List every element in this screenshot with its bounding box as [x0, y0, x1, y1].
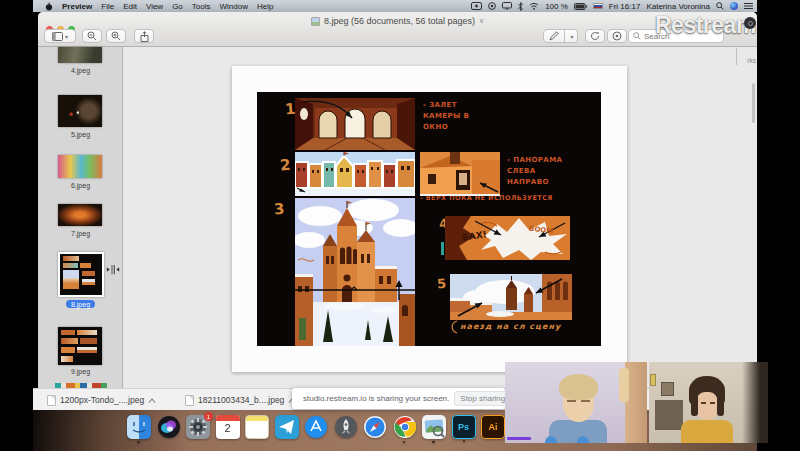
share-icon	[140, 31, 149, 42]
dock-calendar[interactable]: 2	[216, 415, 240, 439]
dock-notes[interactable]	[245, 415, 269, 439]
markup-button[interactable]	[543, 29, 565, 43]
download-item-1[interactable]: 1200px-Tondo_....jpeg	[47, 392, 156, 408]
notification-badge: 1	[204, 412, 213, 421]
shared-screen: Preview File Edit View Go Tools Window H…	[0, 0, 800, 451]
menu-bar: Preview File Edit View Go Tools Window H…	[33, 0, 757, 12]
menu-file[interactable]: File	[101, 2, 114, 11]
stop-sharing-button[interactable]: Stop sharing	[454, 391, 511, 406]
bluetooth-icon[interactable]	[518, 2, 523, 11]
thumbnail-8-selected[interactable]	[58, 252, 104, 297]
calendar-day: 2	[216, 421, 240, 436]
dock-app-store[interactable]	[304, 415, 328, 439]
battery-icon[interactable]	[574, 3, 587, 10]
pencil-icon	[549, 31, 559, 41]
menu-view[interactable]: View	[146, 2, 163, 11]
share-banner-message: studio.restream.io is sharing your scree…	[303, 394, 449, 403]
panel-number: 5	[436, 276, 446, 292]
small-frame	[650, 374, 656, 386]
dock-siri[interactable]	[157, 415, 181, 439]
menu-clock[interactable]: Fri 16:17	[609, 2, 641, 11]
chevron-up-icon[interactable]	[148, 398, 156, 403]
sidebar-view-icon	[52, 32, 63, 41]
zoom-out-button[interactable]	[82, 29, 102, 43]
siri-icon[interactable]	[730, 2, 738, 10]
dock-preview[interactable]	[422, 415, 446, 439]
menu-window[interactable]: Window	[220, 2, 248, 11]
spotlight-icon[interactable]	[716, 2, 724, 10]
download-item-2[interactable]: 18211003434_b....jpeg	[185, 392, 296, 408]
menu-app-name[interactable]: Preview	[62, 2, 92, 11]
circle-dot-icon	[612, 31, 622, 41]
room-shadow	[742, 362, 768, 443]
illustrator-label: Ai	[489, 422, 498, 432]
markup-toolbar-toggle-button[interactable]	[607, 29, 627, 43]
preview-window: 8.jpeg (56 documents, 56 total pages) ∨ …	[38, 12, 757, 392]
document-page: 1 2 3 4 5 - ЗАЛЕТ КАМЕРЫ В ОКНО - ПАНОРА…	[232, 66, 627, 372]
dock-launchpad[interactable]	[334, 415, 358, 439]
thumbnail-4[interactable]	[58, 47, 102, 63]
magnifier-plus-icon	[111, 31, 121, 41]
share-button[interactable]	[134, 29, 154, 43]
storyboard-panel-1	[295, 98, 415, 150]
partial-thumbnail-strip	[55, 383, 107, 388]
screen-record-icon[interactable]	[471, 2, 482, 10]
rotate-left-icon	[590, 31, 600, 41]
thumbnail-9[interactable]	[58, 327, 102, 365]
rotate-button[interactable]	[585, 29, 605, 43]
person-shoulders	[681, 420, 733, 443]
display-icon[interactable]	[502, 2, 512, 10]
webcam-feed-right	[649, 362, 768, 443]
panel-number: 2	[279, 156, 291, 175]
dock-photoshop[interactable]: Ps	[452, 415, 476, 439]
menu-go[interactable]: Go	[172, 2, 183, 11]
dock-system-preferences[interactable]: 1	[186, 415, 210, 439]
thumbnail-6[interactable]	[58, 155, 102, 178]
window-title-text: 8.jpeg (56 documents, 56 total pages)	[324, 16, 475, 26]
wifi-icon[interactable]	[529, 2, 539, 10]
room-lamp	[619, 368, 629, 402]
picture-frame	[661, 382, 674, 396]
dock-illustrator[interactable]: Ai	[481, 415, 505, 439]
menu-help[interactable]: Help	[257, 2, 273, 11]
download-filename: 1200px-Tondo_....jpeg	[60, 395, 144, 405]
markup-dropdown-button[interactable]: ▾	[565, 29, 578, 43]
panel-note-5: наезд на сл сцену	[449, 320, 561, 334]
file-icon	[185, 395, 194, 406]
apple-menu-icon[interactable]	[45, 2, 53, 11]
download-filename: 18211003434_b....jpeg	[198, 395, 284, 405]
menu-user-name[interactable]: Katerina Voronina	[646, 2, 710, 11]
dock-safari[interactable]	[363, 415, 387, 439]
thumbnail-label: 5.jpeg	[38, 131, 123, 138]
storyboard-panel-3	[295, 198, 415, 346]
webcam-feed-left	[505, 362, 647, 443]
title-chevron-icon[interactable]: ∨	[479, 17, 484, 25]
chevron-down-icon: ▾	[65, 33, 68, 40]
thumbnail-5[interactable]	[58, 95, 102, 127]
keyboard-layout-flag[interactable]	[593, 3, 603, 9]
column-resize-cursor	[106, 261, 120, 279]
document-proxy-icon[interactable]	[311, 17, 320, 26]
zoom-in-button[interactable]	[106, 29, 126, 43]
chevron-down-icon: ▾	[570, 33, 573, 40]
storyboard-panel-2b	[420, 152, 500, 196]
thumbnail-7[interactable]	[58, 204, 102, 226]
window-titlebar[interactable]: 8.jpeg (56 documents, 56 total pages) ∨ …	[38, 12, 757, 47]
gear-icon[interactable]	[744, 17, 756, 29]
thumbnail-label: 7.jpeg	[38, 230, 123, 237]
shift-app-icon[interactable]	[488, 2, 496, 10]
menu-edit[interactable]: Edit	[123, 2, 137, 11]
fragment-text: rks	[747, 57, 756, 64]
menu-tools[interactable]: Tools	[192, 2, 211, 11]
dock: 1 2	[127, 415, 505, 439]
dock-chrome[interactable]	[393, 415, 417, 439]
dock-telegram[interactable]	[275, 415, 299, 439]
dock-finder[interactable]	[127, 415, 151, 439]
view-sidebar-button[interactable]: ▾	[44, 29, 76, 43]
search-icon	[633, 32, 641, 40]
thumbnail-sidebar: 4.jpeg 5.jpeg 6.jpeg 7.jpeg 8.jpeg	[38, 47, 123, 392]
storyboard-image: 1 2 3 4 5 - ЗАЛЕТ КАМЕРЫ В ОКНО - ПАНОРА…	[257, 92, 601, 346]
notification-center-icon[interactable]	[744, 2, 753, 10]
window-scrollbar[interactable]	[752, 83, 755, 123]
panel-note-2: - ПАНОРАМА СЛЕВА НАПРАВО	[507, 155, 587, 188]
